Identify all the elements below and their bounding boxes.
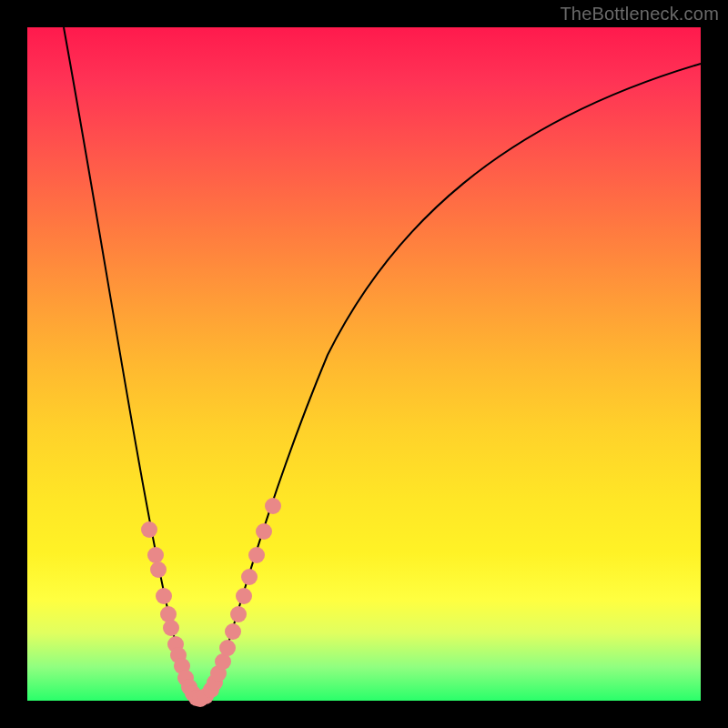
benchmark-dot <box>248 547 265 563</box>
benchmark-dots-group <box>141 498 281 707</box>
benchmark-dot <box>150 561 167 578</box>
benchmark-dot <box>256 523 272 540</box>
benchmark-dot <box>219 640 236 656</box>
benchmark-dot <box>141 521 157 538</box>
benchmark-dot <box>241 569 258 585</box>
benchmark-dot <box>265 498 281 514</box>
frame-left <box>0 0 27 728</box>
frame-right <box>701 0 728 728</box>
benchmark-dot <box>160 606 177 622</box>
benchmark-dot <box>147 547 164 563</box>
watermark-text: TheBottleneck.com <box>560 4 719 25</box>
benchmark-dot <box>163 620 179 636</box>
benchmark-dot <box>156 588 172 604</box>
chart-container: TheBottleneck.com <box>0 0 728 728</box>
benchmark-dot <box>236 588 252 604</box>
chart-svg <box>27 27 701 701</box>
frame-bottom <box>0 701 728 728</box>
benchmark-dot <box>225 623 241 640</box>
benchmark-dot <box>230 606 247 622</box>
